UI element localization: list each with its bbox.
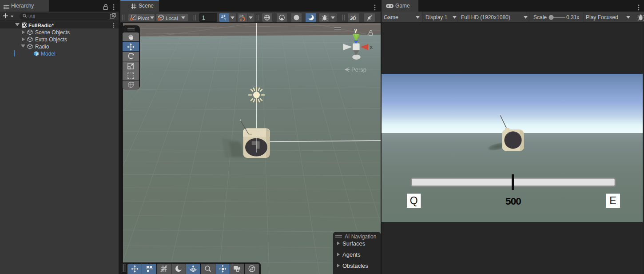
svg-text:Q: Q — [410, 195, 418, 206]
svg-text:Y: Y — [224, 17, 227, 21]
svg-text:x: x — [370, 44, 373, 50]
svg-text:y: y — [354, 27, 358, 33]
svg-text:500: 500 — [505, 196, 521, 207]
svg-text:E: E — [609, 195, 616, 206]
svg-text:Persp: Persp — [351, 66, 366, 73]
